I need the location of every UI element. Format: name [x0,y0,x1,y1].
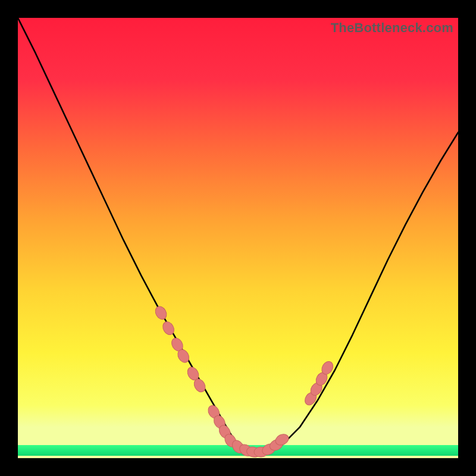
watermark-text: TheBottleneck.com [331,20,453,36]
chart-stage: TheBottleneck.com [0,0,476,476]
bottleneck-curve [18,18,458,458]
curve-marker [153,305,168,321]
plot-area: TheBottleneck.com [18,18,458,458]
